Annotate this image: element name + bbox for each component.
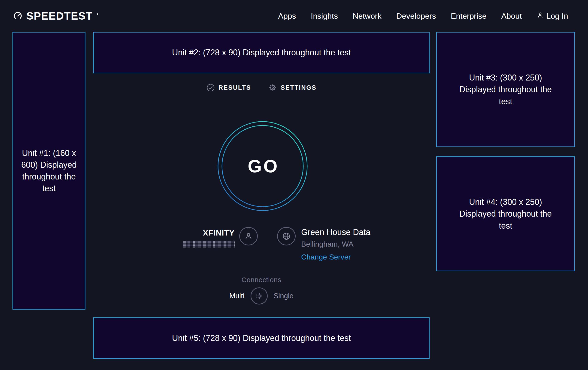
connection-mode-toggle[interactable] — [251, 287, 268, 304]
ad-unit-1-label: Unit #1: (160 x 600) Displayed throughou… — [19, 147, 79, 194]
ad-unit-4[interactable]: Unit #4: (300 x 250) Displayed throughou… — [436, 156, 575, 271]
server-info: Green House Data Bellingham, WA Change S… — [277, 227, 370, 261]
tab-bar: RESULTS — [93, 83, 430, 92]
nav-item-about[interactable]: About — [501, 11, 522, 20]
speedometer-icon — [13, 11, 23, 21]
change-server-link[interactable]: Change Server — [301, 253, 351, 261]
login-label: Log In — [546, 11, 568, 20]
ad-unit-5[interactable]: Unit #5: (728 x 90) Displayed throughout… — [93, 317, 430, 359]
user-icon — [536, 11, 544, 20]
logo-text: SPEEDTEST — [26, 10, 93, 22]
speedtest-page: SPEEDTEST Apps Insights Network Develope… — [0, 0, 588, 370]
tab-results-label: RESULTS — [219, 84, 251, 91]
speedtest-logo[interactable]: SPEEDTEST — [13, 10, 98, 22]
isp-user-icon — [239, 227, 258, 245]
nav-item-enterprise[interactable]: Enterprise — [451, 11, 487, 20]
globe-icon — [277, 227, 296, 245]
ad-unit-2[interactable]: Unit #2: (728 x 90) Displayed throughout… — [93, 32, 430, 73]
connection-info-row: XFINITY — [93, 227, 430, 261]
connections-label: Connections — [93, 276, 430, 284]
nav-item-login[interactable]: Log In — [536, 11, 568, 20]
gear-icon — [269, 83, 277, 92]
connection-mode-single[interactable]: Single — [274, 292, 294, 300]
trademark-dot — [97, 13, 98, 15]
top-nav: SPEEDTEST Apps Insights Network Develope… — [0, 0, 588, 32]
isp-name: XFINITY — [183, 228, 235, 237]
nav-item-network[interactable]: Network — [353, 11, 381, 20]
obscured-ip-address — [183, 241, 235, 248]
ad-unit-1[interactable]: Unit #1: (160 x 600) Displayed throughou… — [12, 32, 85, 310]
ad-unit-4-label: Unit #4: (300 x 250) Displayed throughou… — [452, 196, 560, 231]
connections-section: Connections Multi Single — [93, 276, 430, 304]
nav-item-developers[interactable]: Developers — [396, 11, 436, 20]
nav-menu: Apps Insights Network Developers Enterpr… — [278, 11, 568, 20]
go-button-label: GO — [217, 121, 308, 211]
tab-results[interactable]: RESULTS — [207, 83, 251, 92]
go-button[interactable]: GO — [217, 121, 308, 211]
multi-arrows-icon — [254, 291, 264, 301]
ad-unit-2-label: Unit #2: (728 x 90) Displayed throughout… — [172, 47, 351, 58]
connection-mode-multi[interactable]: Multi — [229, 292, 244, 300]
nav-item-insights[interactable]: Insights — [311, 11, 338, 20]
tab-settings[interactable]: SETTINGS — [269, 83, 316, 92]
ad-unit-3[interactable]: Unit #3: (300 x 250) Displayed throughou… — [436, 32, 575, 147]
server-location: Bellingham, WA — [301, 240, 370, 248]
ad-unit-5-label: Unit #5: (728 x 90) Displayed throughout… — [172, 332, 351, 344]
check-circle-icon — [207, 83, 215, 92]
ad-unit-3-label: Unit #3: (300 x 250) Displayed throughou… — [452, 72, 560, 107]
server-name: Green House Data — [301, 228, 370, 237]
tab-settings-label: SETTINGS — [281, 84, 316, 91]
nav-item-apps[interactable]: Apps — [278, 11, 296, 20]
isp-info: XFINITY — [183, 227, 258, 249]
